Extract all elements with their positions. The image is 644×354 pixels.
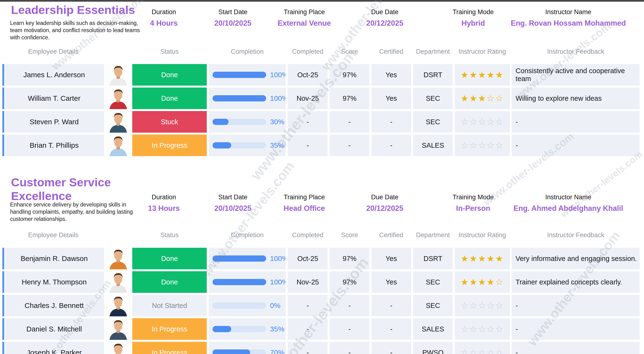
- certified-cell: -: [371, 134, 411, 156]
- star-icon: ☆: [469, 117, 478, 126]
- star-icon: ★: [461, 71, 469, 79]
- employee-photo: [106, 248, 130, 269]
- completion-cell: 35%: [209, 318, 286, 340]
- star-icon: ☆: [469, 325, 478, 334]
- info-label: Duration: [148, 194, 180, 201]
- info-label: Due Date: [366, 9, 403, 16]
- employee-photo: [106, 342, 130, 354]
- department-cell: SEC: [413, 111, 453, 133]
- column-header: Completion: [209, 231, 286, 239]
- certified-cell: -: [371, 111, 411, 133]
- employee-photo: [106, 134, 130, 156]
- star-icon: ☆: [495, 117, 504, 126]
- star-icon: ☆: [495, 301, 504, 310]
- instructor-rating: ★★★☆☆: [455, 88, 510, 109]
- star-icon: ★: [469, 278, 478, 287]
- info-label: Training Mode: [452, 194, 494, 201]
- instructor-rating: ☆☆☆☆☆: [455, 111, 510, 133]
- table-body: Benjamin R. Dawson Done 100% Oct-25 97% …: [0, 248, 644, 354]
- star-icon: ☆: [478, 348, 486, 354]
- column-header: Instructor Rating: [455, 231, 510, 239]
- instructor-feedback: -: [512, 111, 640, 133]
- status-chip: In Progress: [132, 342, 207, 354]
- info-value: Head Office: [284, 204, 325, 213]
- column-header: Instructor Feedback: [512, 48, 640, 55]
- employee-name-cell: Joseph K. Parker: [2, 342, 104, 354]
- info-label: Instructor Name: [514, 194, 623, 201]
- employee-photo: [106, 88, 130, 109]
- info-item: Training Place External Venue: [278, 9, 331, 28]
- status-label: In Progress: [152, 141, 187, 149]
- star-icon: ★: [495, 71, 504, 79]
- info-value: In-Person: [452, 204, 494, 213]
- avatar: [106, 318, 130, 340]
- avatar: [106, 88, 130, 109]
- status-chip: Stuck: [132, 111, 207, 133]
- table-row: Brian T. Phillips In Progress 35% - - - …: [2, 134, 644, 156]
- column-header: Score: [330, 231, 370, 239]
- completion-cell: 100%: [209, 248, 286, 269]
- info-value: 20/10/2025: [214, 19, 251, 28]
- employee-photo: [106, 111, 130, 133]
- star-icon: ☆: [478, 325, 486, 334]
- training-section: Customer Service Excellence Enhance serv…: [0, 174, 644, 354]
- star-icon: ★: [495, 254, 504, 263]
- department-cell: SEC: [413, 271, 453, 293]
- star-icon: ★: [469, 94, 478, 103]
- status-chip: In Progress: [132, 318, 207, 340]
- instructor-feedback: Willing to explore new ideas: [512, 88, 640, 109]
- column-header: Department: [413, 48, 453, 55]
- info-item: Due Date 20/12/2025: [366, 194, 403, 213]
- progress-fill: [212, 72, 266, 78]
- instructor-rating: ★★★★☆: [455, 271, 510, 293]
- employee-name-cell: Charles J. Bennett: [2, 295, 104, 316]
- completion-cell: 35%: [209, 134, 286, 156]
- star-icon: ★: [461, 278, 469, 287]
- certified-cell: -: [371, 295, 411, 316]
- progress-bar: [212, 349, 266, 354]
- instructor-rating: ★★★★★: [455, 64, 510, 86]
- instructor-rating: ☆☆☆☆☆: [455, 134, 510, 156]
- star-icon: ☆: [461, 117, 469, 126]
- completion-cell: 100%: [209, 88, 286, 109]
- certified-cell: -: [371, 342, 411, 354]
- employee-photo: [106, 64, 130, 86]
- table-row: Charles J. Bennett Not Started 0% - - - …: [2, 295, 644, 316]
- status-chip: Done: [132, 64, 207, 86]
- star-icon: ☆: [486, 301, 495, 310]
- instructor-feedback: -: [512, 342, 640, 354]
- instructor-feedback: -: [512, 134, 640, 156]
- status-label: Done: [161, 71, 178, 79]
- column-header: Instructor Rating: [455, 48, 510, 55]
- training-section: Leadership Essentials Learn key leadersh…: [0, 2, 644, 174]
- avatar: [106, 342, 130, 354]
- employee-name: Daniel S. Mitchell: [26, 325, 82, 333]
- star-icon: ★: [478, 71, 486, 79]
- info-item: Duration 4 Hours: [150, 9, 178, 28]
- star-icon: ☆: [495, 348, 504, 354]
- info-value: 20/12/2025: [366, 19, 403, 28]
- score-cell: 97%: [330, 88, 370, 109]
- status-label: Done: [161, 278, 178, 286]
- completed-cell: -: [288, 111, 328, 133]
- info-item: Start Date 20/10/2025: [214, 9, 251, 28]
- instructor-rating: ☆☆☆☆☆: [455, 342, 510, 354]
- star-icon: ☆: [478, 301, 486, 310]
- employee-name-cell: Steven P. Ward: [2, 111, 104, 133]
- column-header-spacer: [106, 48, 130, 55]
- star-icon: ☆: [461, 348, 469, 354]
- star-icon: ☆: [469, 141, 478, 150]
- column-header-spacer: [106, 231, 130, 239]
- info-label: Start Date: [214, 194, 251, 201]
- department-cell: DSRT: [413, 248, 453, 269]
- progress-percent: 100%: [270, 278, 286, 286]
- table-row: Henry M. Thompson Done 100% Nov-25 97% Y…: [2, 271, 644, 293]
- star-icon: ★: [486, 278, 495, 287]
- section-info-bar: Duration 13 Hours Start Date 20/10/2025 …: [0, 174, 644, 215]
- progress-bar: [212, 142, 266, 148]
- star-icon: ☆: [486, 94, 495, 103]
- star-icon: ☆: [495, 325, 504, 334]
- instructor-rating: ★★★★★: [455, 248, 510, 269]
- instructor-feedback: -: [512, 295, 640, 316]
- progress-fill: [212, 255, 266, 262]
